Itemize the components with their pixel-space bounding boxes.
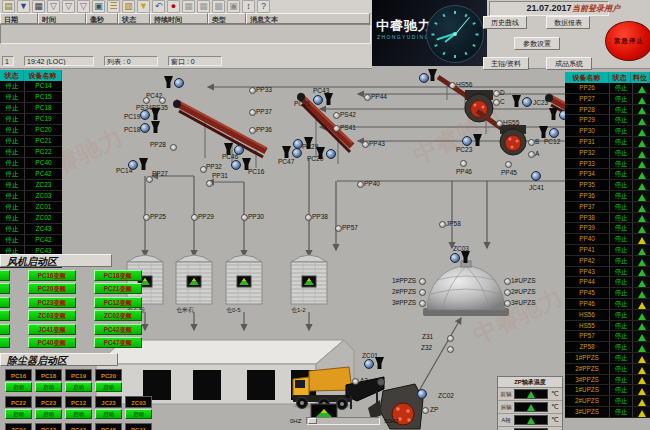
device-row[interactable]: 停止PC21: [0, 136, 62, 147]
slider-thumb[interactable]: [308, 418, 317, 424]
device-name: 2#PPZS: [565, 364, 610, 374]
device-row[interactable]: PP34停止: [565, 169, 650, 180]
device-row[interactable]: PP43停止: [565, 267, 650, 278]
vfd-start-button[interactable]: PC22变频: [0, 297, 10, 308]
device-name: PP46: [565, 299, 610, 309]
temp-label: 后轴: [498, 404, 514, 411]
device-row[interactable]: PP36停止: [565, 191, 650, 202]
vfd-start-button[interactable]: PC23变频: [28, 297, 76, 308]
temp-row: A相℃: [498, 414, 562, 427]
level-icon: [638, 259, 646, 266]
crusher-feed-2[interactable]: [477, 111, 526, 155]
device-row[interactable]: PP32停止: [565, 148, 650, 159]
device-row[interactable]: PP42停止: [565, 256, 650, 267]
dust-start-button[interactable]: 启动: [5, 382, 32, 392]
vfd-start-button[interactable]: PC14变频: [0, 270, 10, 281]
device-status: 停止: [0, 213, 25, 223]
device-row[interactable]: PP33停止: [565, 159, 650, 170]
vfd-start-button[interactable]: PC40变频: [28, 337, 76, 348]
dust-start-button[interactable]: 启动: [65, 382, 92, 392]
vfd-start-button[interactable]: PC16变频: [28, 270, 76, 281]
device-row[interactable]: PP40停止: [565, 234, 650, 245]
device-row[interactable]: PP39停止: [565, 223, 650, 234]
device-row[interactable]: PP26停止: [565, 83, 650, 94]
device-row[interactable]: 停止PC22: [0, 147, 62, 158]
dust-start-button[interactable]: 启动: [35, 409, 62, 419]
level-icon: [638, 345, 646, 352]
device-row[interactable]: HS55停止: [565, 321, 650, 332]
device-row[interactable]: 1#UPZS停止: [565, 385, 650, 396]
vfd-start-button[interactable]: JC41变频: [28, 324, 76, 335]
device-name: PP26: [565, 83, 610, 93]
level-icon: [638, 215, 646, 222]
device-row[interactable]: PP57停止: [565, 331, 650, 342]
vfd-start-button[interactable]: ZC01变频: [0, 324, 10, 335]
dust-start-button[interactable]: 启动: [5, 409, 32, 419]
level-cell: [633, 267, 650, 277]
device-row[interactable]: 停止PC40: [0, 158, 62, 169]
device-row[interactable]: HS56停止: [565, 310, 650, 321]
device-row[interactable]: 3#UPZS停止: [565, 407, 650, 418]
vfd-start-button[interactable]: PC47变频: [94, 337, 142, 348]
silos[interactable]: [127, 255, 327, 304]
conveyor-2[interactable]: [297, 93, 352, 164]
vfd-start-button[interactable]: ZC02变频: [94, 310, 142, 321]
vfd-start-button[interactable]: PC12变频: [94, 297, 142, 308]
device-name: PP28: [565, 105, 610, 115]
device-status: 停止: [0, 125, 25, 135]
device-row[interactable]: 停止PC42: [0, 169, 62, 180]
device-row[interactable]: 停止PC14: [0, 81, 62, 92]
conveyor-1[interactable]: [173, 100, 266, 168]
vfd-start-button[interactable]: PC43变频: [0, 337, 10, 348]
device-status: 停止: [610, 375, 633, 385]
device-row[interactable]: 停止ZC43: [0, 224, 62, 235]
device-row[interactable]: PP28停止: [565, 105, 650, 116]
device-row[interactable]: PP29停止: [565, 115, 650, 126]
vfd-start-button[interactable]: PC19变频: [0, 283, 10, 294]
device-row[interactable]: 停止PC15: [0, 92, 62, 103]
device-row[interactable]: PP41停止: [565, 245, 650, 256]
vfd-start-button[interactable]: PC42变频: [94, 324, 142, 335]
dust-start-button[interactable]: 启动: [125, 409, 152, 419]
device-row[interactable]: 停止ZC23: [0, 180, 62, 191]
dust-start-button[interactable]: 启动: [95, 382, 122, 392]
device-row[interactable]: 停止ZC03: [0, 191, 62, 202]
dust-device-plate: PC12: [65, 396, 92, 408]
device-row[interactable]: 停止PC18: [0, 103, 62, 114]
level-cell: [633, 310, 650, 320]
device-row[interactable]: PP31停止: [565, 137, 650, 148]
device-row[interactable]: 停止ZC01: [0, 202, 62, 213]
device-row[interactable]: PP44停止: [565, 277, 650, 288]
device-row[interactable]: PP35停止: [565, 180, 650, 191]
vfd-start-button[interactable]: ZC23变频: [0, 310, 10, 321]
device-row[interactable]: 3#PPZS停止: [565, 375, 650, 386]
device-row[interactable]: ZP58停止: [565, 342, 650, 353]
device-row[interactable]: PP38停止: [565, 213, 650, 224]
vfd-start-button[interactable]: PC20变频: [28, 283, 76, 294]
device-row[interactable]: PP30停止: [565, 126, 650, 137]
device-row[interactable]: PP27停止: [565, 94, 650, 105]
vfd-start-button[interactable]: PC21变频: [94, 283, 142, 294]
level-cell: [633, 126, 650, 136]
device-row[interactable]: 1#PPZS停止: [565, 353, 650, 364]
device-name: ZC02: [25, 213, 62, 223]
device-name: PP31: [565, 137, 610, 147]
dome-storage[interactable]: [423, 261, 509, 316]
device-row[interactable]: 2#PPZS停止: [565, 364, 650, 375]
dust-start-button[interactable]: 启动: [65, 409, 92, 419]
vfd-start-button[interactable]: ZC03变频: [28, 310, 76, 321]
dust-device-plate: PC41: [125, 423, 152, 430]
frequency-slider[interactable]: [306, 417, 380, 425]
device-row[interactable]: 停止PC19: [0, 114, 62, 125]
vfd-start-button[interactable]: PC18变频: [94, 270, 142, 281]
device-row[interactable]: 2#UPZS停止: [565, 396, 650, 407]
level-icon: [638, 172, 646, 179]
device-row[interactable]: PP37停止: [565, 202, 650, 213]
device-row[interactable]: PP46停止: [565, 299, 650, 310]
device-row[interactable]: PP45停止: [565, 288, 650, 299]
dust-start-button[interactable]: 启动: [35, 382, 62, 392]
device-row[interactable]: 停止PC42: [0, 235, 62, 246]
device-row[interactable]: 停止PC20: [0, 125, 62, 136]
device-row[interactable]: 停止ZC02: [0, 213, 62, 224]
dust-start-button[interactable]: 启动: [95, 409, 122, 419]
